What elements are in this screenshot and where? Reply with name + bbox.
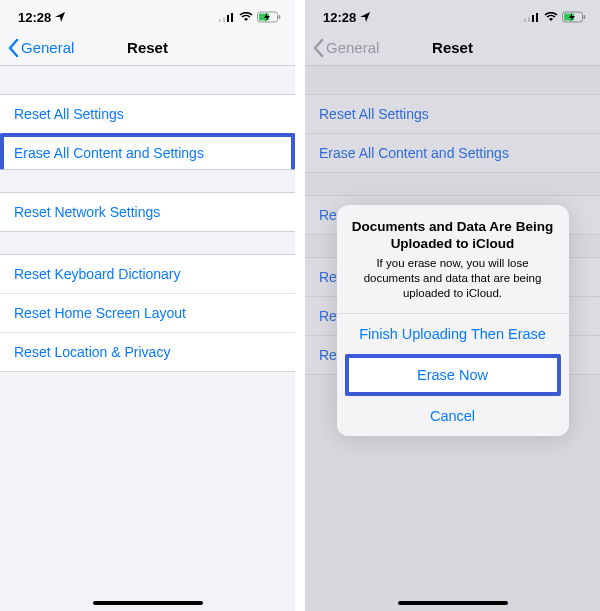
svg-rect-5 [279, 15, 281, 19]
location-icon [55, 12, 65, 22]
svg-rect-2 [227, 15, 229, 22]
alert-sheet: Documents and Data Are Being Uploaded to… [337, 205, 569, 437]
group-2: Reset Network Settings [0, 192, 295, 232]
svg-rect-1 [223, 17, 225, 22]
alert-finish-button[interactable]: Finish Uploading Then Erase [337, 313, 569, 354]
svg-rect-3 [231, 13, 233, 22]
alert-title: Documents and Data Are Being Uploaded to… [351, 219, 555, 253]
phone-right: 12:28 [305, 0, 600, 611]
alert-overlay: Documents and Data Are Being Uploaded to… [305, 0, 600, 611]
status-bar: 12:28 [0, 0, 295, 30]
status-time: 12:28 [18, 10, 51, 25]
group-3: Reset Keyboard Dictionary Reset Home Scr… [0, 254, 295, 372]
alert-cancel-button[interactable]: Cancel [337, 396, 569, 436]
phone-left: 12:28 [0, 0, 295, 611]
home-indicator [93, 601, 203, 605]
alert-message: If you erase now, you will lose document… [351, 256, 555, 301]
battery-icon [257, 11, 281, 23]
row-erase-all[interactable]: Erase All Content and Settings [0, 133, 295, 170]
signal-icon [219, 12, 235, 22]
nav-header: General Reset [0, 30, 295, 66]
chevron-left-icon [8, 39, 19, 57]
row-reset-location[interactable]: Reset Location & Privacy [0, 332, 295, 372]
alert-head: Documents and Data Are Being Uploaded to… [337, 205, 569, 314]
row-reset-network[interactable]: Reset Network Settings [0, 192, 295, 232]
row-reset-all[interactable]: Reset All Settings [0, 94, 295, 133]
row-reset-home[interactable]: Reset Home Screen Layout [0, 293, 295, 332]
spacer [0, 170, 295, 192]
alert-erase-now-button[interactable]: Erase Now [345, 354, 561, 396]
row-reset-keyboard[interactable]: Reset Keyboard Dictionary [0, 254, 295, 293]
back-label: General [21, 39, 74, 56]
spacer [0, 232, 295, 254]
back-button[interactable]: General [0, 39, 74, 57]
wifi-icon [239, 12, 253, 22]
group-1: Reset All Settings Erase All Content and… [0, 94, 295, 170]
svg-rect-0 [219, 19, 221, 22]
spacer [0, 66, 295, 94]
